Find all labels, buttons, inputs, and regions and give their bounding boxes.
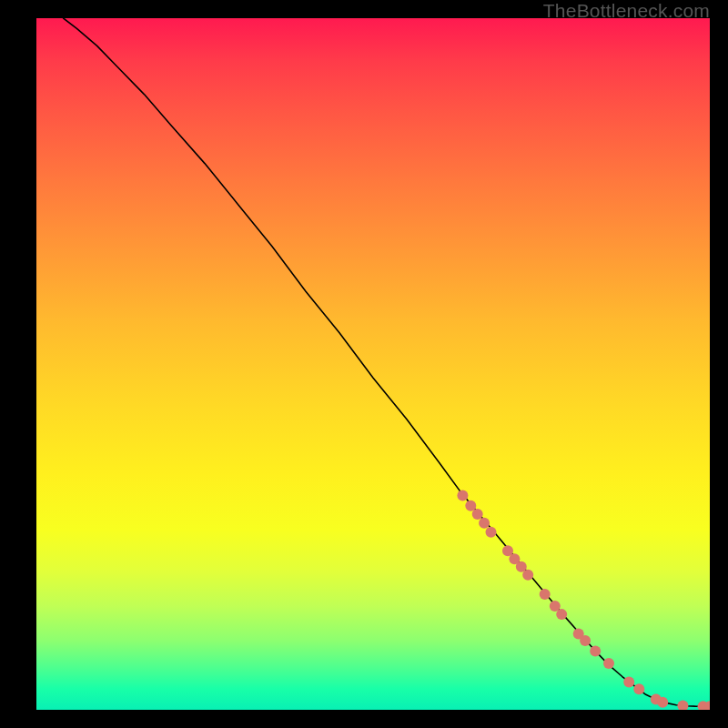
data-point xyxy=(457,490,468,500)
data-point xyxy=(522,570,533,581)
data-point xyxy=(472,509,483,520)
data-point xyxy=(580,635,591,646)
curve-line xyxy=(64,18,710,706)
data-point xyxy=(677,700,688,710)
plot-area xyxy=(36,18,710,710)
data-point xyxy=(479,518,490,529)
data-markers xyxy=(457,490,710,710)
plot-svg xyxy=(36,18,710,710)
data-point xyxy=(603,658,614,669)
data-point xyxy=(486,527,497,538)
data-point xyxy=(540,589,551,600)
data-point xyxy=(556,609,567,620)
data-point xyxy=(633,683,644,694)
data-point xyxy=(623,677,634,688)
data-point xyxy=(657,697,668,708)
chart-frame: TheBottleneck.com xyxy=(0,0,728,728)
data-point xyxy=(590,645,601,656)
